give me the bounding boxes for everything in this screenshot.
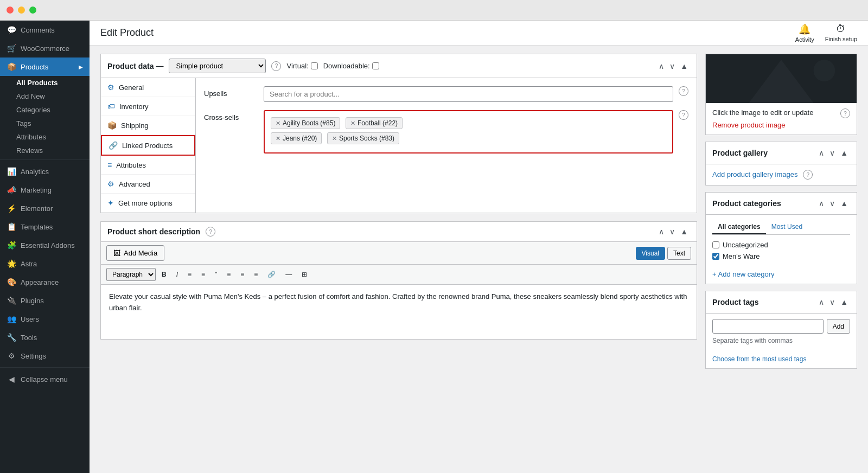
visual-tab[interactable]: Visual — [636, 247, 665, 260]
sidebar-sub-categories[interactable]: Categories — [0, 103, 90, 117]
product-tags-box: Product tags ∧ ∨ ▲ Add Separate tags wit… — [705, 291, 857, 369]
remove-image-link[interactable]: Remove product image — [712, 121, 785, 129]
tab-advanced[interactable]: ⚙ Advanced — [101, 175, 195, 194]
tag-jeans[interactable]: ✕ Jeans (#20) — [271, 132, 322, 144]
gallery-collapse[interactable]: ∨ — [827, 148, 837, 158]
sidebar-item-elementor[interactable]: ⚡ Elementor — [0, 199, 90, 218]
tab-inventory[interactable]: 🏷 Inventory — [101, 97, 195, 116]
sidebar-item-astra[interactable]: 🌟 Astra — [0, 254, 90, 273]
sidebar-sub-attributes[interactable]: Attributes — [0, 130, 90, 144]
linked-products-content: Upsells ? Cross-sells — [196, 78, 697, 213]
tags-collapse-btns: ∧ ∨ ▲ — [816, 297, 850, 308]
italic-button[interactable]: I — [173, 269, 182, 280]
sidebar-item-appearance[interactable]: 🎨 Appearance — [0, 273, 90, 291]
close-box-button[interactable]: ▲ — [678, 61, 690, 72]
sidebar-item-users[interactable]: 👥 Users — [0, 310, 90, 328]
short-desc-collapse[interactable]: ∨ — [667, 226, 677, 237]
most-used-tab[interactable]: Most Used — [766, 220, 808, 234]
activity-button[interactable]: 🔔 Activity — [795, 23, 814, 43]
image-help-icon[interactable]: ? — [840, 108, 850, 118]
tags-collapse[interactable]: ∨ — [827, 297, 837, 308]
sidebar-item-collapse[interactable]: ◀ Collapse menu — [0, 370, 90, 388]
product-type-help[interactable]: ? — [271, 61, 281, 71]
sidebar-item-marketing[interactable]: 📣 Marketing — [0, 181, 90, 199]
align-left-button[interactable]: ≡ — [223, 269, 234, 280]
all-categories-tab[interactable]: All categories — [712, 220, 766, 234]
tab-general[interactable]: ⚙ General — [101, 78, 195, 97]
short-desc-expand[interactable]: ∧ — [656, 226, 666, 237]
crosssells-help[interactable]: ? — [679, 110, 688, 120]
categories-expand[interactable]: ∧ — [816, 198, 826, 209]
gallery-expand[interactable]: ∧ — [816, 148, 826, 158]
add-gallery-link[interactable]: Add product gallery images — [712, 170, 798, 178]
align-center-button[interactable]: ≡ — [237, 269, 248, 280]
sidebar-sub-add-new[interactable]: Add New — [0, 90, 90, 103]
editor-content[interactable]: Elevate your casual style with Puma Men'… — [101, 285, 697, 339]
maximize-btn[interactable] — [29, 7, 36, 14]
sidebar-item-analytics[interactable]: 📊 Analytics — [0, 162, 90, 181]
product-image-preview[interactable] — [706, 54, 857, 103]
sidebar-item-tools[interactable]: 🔧 Tools — [0, 328, 90, 347]
gallery-help-icon[interactable]: ? — [803, 170, 813, 180]
ol-button[interactable]: ≡ — [197, 269, 209, 280]
add-media-button[interactable]: 🖼 Add Media — [106, 245, 164, 261]
sidebar-sub-tags[interactable]: Tags — [0, 117, 90, 130]
choose-tags-link[interactable]: Choose from the most used tags — [712, 355, 806, 363]
product-tags-body: Add Separate tags with commas Choose fro… — [706, 314, 857, 368]
sidebar-item-products[interactable]: 📦 Products ▶ — [0, 57, 90, 76]
add-category-link[interactable]: + Add new category — [712, 270, 775, 278]
sidebar-sub-all-products[interactable]: All Products — [0, 76, 90, 90]
categories-collapse[interactable]: ∨ — [827, 198, 837, 209]
link-button[interactable]: 🔗 — [264, 269, 279, 280]
tag-football[interactable]: ✕ Football (#22) — [346, 117, 403, 129]
tags-expand[interactable]: ∧ — [816, 297, 826, 308]
sidebar-sub-reviews[interactable]: Reviews — [0, 144, 90, 157]
gallery-close[interactable]: ▲ — [838, 148, 850, 158]
tab-get-more-options[interactable]: ✦ Get more options — [101, 194, 195, 213]
more-button[interactable]: ⊞ — [298, 269, 311, 280]
collapse-button[interactable]: ∨ — [667, 61, 677, 72]
sidebar-item-essential-addons[interactable]: 🧩 Essential Addons — [0, 236, 90, 254]
sidebar-item-templates[interactable]: 📋 Templates — [0, 218, 90, 236]
tag-remove-icon[interactable]: ✕ — [332, 135, 337, 142]
hr-button[interactable]: — — [282, 269, 296, 280]
finish-setup-button[interactable]: ⏱ Finish setup — [825, 23, 857, 42]
paragraph-select[interactable]: Paragraph — [106, 268, 156, 281]
upsells-help[interactable]: ? — [679, 86, 688, 96]
tag-agility-boots[interactable]: ✕ Agility Boots (#85) — [271, 117, 340, 129]
ul-button[interactable]: ≡ — [184, 269, 195, 280]
tags-close[interactable]: ▲ — [838, 297, 850, 308]
upsells-search-input[interactable] — [264, 86, 673, 102]
blockquote-button[interactable]: " — [211, 269, 221, 280]
tag-input[interactable] — [712, 319, 824, 334]
downloadable-label: Downloadable: — [323, 62, 379, 70]
close-btn[interactable] — [7, 7, 14, 14]
tag-sports-socks[interactable]: ✕ Sports Socks (#83) — [327, 132, 399, 144]
tab-attributes[interactable]: ≡ Attributes — [101, 156, 195, 175]
text-tab[interactable]: Text — [667, 247, 691, 260]
minimize-btn[interactable] — [18, 7, 25, 14]
tag-remove-icon[interactable]: ✕ — [276, 120, 280, 127]
product-type-select[interactable]: Simple product Grouped product External/… — [169, 59, 266, 73]
downloadable-checkbox[interactable] — [372, 62, 379, 69]
tab-shipping[interactable]: 📦 Shipping — [101, 116, 195, 135]
sidebar-item-comments[interactable]: 💬 Comments — [0, 21, 90, 39]
tab-label: Get more options — [118, 199, 173, 207]
uncategorized-checkbox[interactable] — [712, 241, 719, 248]
crosssells-tags-box[interactable]: ✕ Agility Boots (#85) ✕ Football (#22) — [264, 110, 673, 154]
virtual-checkbox[interactable] — [311, 62, 318, 69]
categories-close[interactable]: ▲ — [838, 198, 850, 209]
add-tag-button[interactable]: Add — [827, 319, 850, 334]
tab-linked-products[interactable]: 🔗 Linked Products — [101, 135, 195, 156]
sidebar-item-settings[interactable]: ⚙ Settings — [0, 347, 90, 365]
tag-remove-icon[interactable]: ✕ — [350, 120, 355, 127]
bold-button[interactable]: B — [158, 269, 170, 280]
short-desc-help[interactable]: ? — [206, 227, 215, 237]
expand-button[interactable]: ∧ — [656, 61, 666, 72]
align-right-button[interactable]: ≡ — [250, 269, 261, 280]
mens-ware-checkbox[interactable] — [712, 253, 719, 260]
sidebar-item-plugins[interactable]: 🔌 Plugins — [0, 291, 90, 310]
short-desc-close[interactable]: ▲ — [678, 226, 690, 237]
tag-remove-icon[interactable]: ✕ — [276, 135, 280, 142]
sidebar-item-woocommerce[interactable]: 🛒 WooCommerce — [0, 39, 90, 57]
